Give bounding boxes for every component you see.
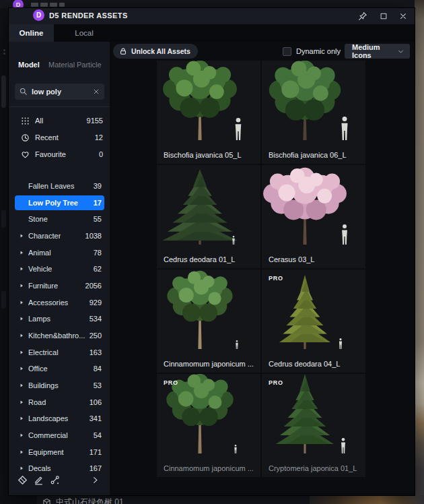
asset-grid: Bischofia javanica 05_LBischofia javanic…	[157, 61, 365, 477]
tab-particle[interactable]: Particle	[77, 61, 102, 69]
scene-object-label: 中式山石绿色树 01	[56, 497, 124, 504]
category-commercial[interactable]: Commercial54	[15, 428, 104, 443]
tab-local[interactable]: Local	[63, 24, 106, 42]
quick-filter-recent[interactable]: Recent12	[15, 130, 104, 145]
category-stone[interactable]: Stone55	[15, 212, 104, 226]
collapsed-panel-tab	[1, 210, 6, 228]
material-swatch-icon[interactable]	[17, 475, 28, 486]
asset-card[interactable]: Bischofia javanica 05_L	[157, 61, 260, 164]
tab-online[interactable]: Online	[9, 24, 54, 42]
edit-pen-icon[interactable]	[34, 475, 44, 486]
quick-filter-favourite[interactable]: Favourite0	[15, 147, 104, 162]
category-fallen-leaves[interactable]: Fallen Leaves39	[15, 179, 104, 193]
caret-right-icon[interactable]	[15, 383, 28, 388]
asset-card[interactable]: PROCinnamomum japonicum ...	[157, 374, 260, 477]
caret-right-icon[interactable]	[15, 283, 28, 288]
d5-logo: D	[33, 9, 44, 21]
asset-card[interactable]: Cedrus deodara 01_L	[157, 165, 260, 268]
caret-right-icon[interactable]	[15, 350, 28, 355]
sidebar-divider	[9, 106, 110, 107]
category-lamps[interactable]: Lamps534	[15, 311, 104, 326]
search-box[interactable]	[15, 84, 104, 100]
caret-right-icon[interactable]	[15, 233, 28, 239]
quick-filter-label: Recent	[35, 133, 59, 141]
tabbar-backdrop	[54, 24, 415, 42]
caret-right-icon[interactable]	[15, 300, 28, 305]
category-label: Lamps	[28, 315, 50, 323]
asset-card[interactable]: PROCedrus deodara 04_L	[262, 270, 365, 373]
category-animal[interactable]: Animal78	[15, 245, 104, 260]
category-office[interactable]: Office84	[15, 361, 104, 376]
caret-right-icon[interactable]	[15, 250, 28, 255]
category-electrical[interactable]: Electrical163	[15, 345, 104, 360]
category-label: Animal	[28, 249, 51, 257]
asset-card[interactable]: Cinnamomum japonicum ...	[157, 270, 260, 373]
caret-right-icon[interactable]	[15, 400, 28, 405]
unlock-all-assets-button[interactable]: Unlock All Assets	[113, 44, 198, 59]
blurred-title-text	[31, 3, 38, 7]
category-label: Kitchen&bathro...	[28, 332, 85, 340]
category-count: 167	[90, 464, 102, 472]
pro-badge: PRO	[269, 379, 283, 386]
asset-name: Bischofia javanica 06_L	[269, 151, 347, 159]
toolbar-dot	[3, 53, 5, 55]
pin-button[interactable]	[357, 10, 369, 22]
caret-right-icon[interactable]	[15, 449, 28, 455]
tab-model[interactable]: Model	[18, 61, 40, 69]
dialog-titlebar[interactable]: D D5 RENDER ASSETS	[9, 8, 415, 24]
dynamic-only-checkbox[interactable]	[283, 47, 291, 56]
category-label: Accessories	[28, 298, 68, 307]
category-accessories[interactable]: Accessories929	[15, 295, 104, 310]
close-button[interactable]	[397, 10, 409, 22]
category-count: 106	[90, 398, 102, 406]
caret-right-icon[interactable]	[15, 333, 28, 338]
asset-thumbnail-image	[157, 165, 260, 268]
link-icon[interactable]	[50, 475, 61, 486]
asset-thumbnail-image	[262, 61, 365, 164]
maximize-button[interactable]	[378, 10, 390, 22]
category-character[interactable]: Character1038	[15, 228, 104, 243]
asset-card[interactable]: Cerasus 03_L	[262, 165, 365, 268]
category-vehicle[interactable]: Vehicle62	[15, 261, 104, 276]
caret-right-icon[interactable]	[15, 466, 28, 471]
category-label: Buildings	[28, 381, 59, 389]
asset-card[interactable]: Bischofia javanica 06_L	[262, 61, 365, 164]
category-furniture[interactable]: Furniture2056	[15, 278, 104, 293]
search-input[interactable]	[32, 88, 89, 96]
category-label: Stone	[28, 215, 48, 223]
caret-right-icon[interactable]	[15, 316, 28, 321]
asset-name: Cedrus deodara 01_L	[164, 255, 235, 263]
category-buildings[interactable]: Buildings53	[15, 378, 104, 393]
caret-right-icon[interactable]	[15, 266, 28, 272]
category-kitchen-bathro-[interactable]: Kitchen&bathro...250	[15, 328, 104, 343]
asset-card[interactable]: PROCryptomeria japonica 01_L	[262, 374, 365, 477]
asset-name: Cryptomeria japonica 01_L	[269, 464, 357, 472]
close-icon	[399, 12, 407, 20]
category-count: 341	[90, 414, 102, 422]
category-low-poly-tree[interactable]: Low Poly Tree17	[15, 195, 104, 210]
category-label: Road	[28, 398, 46, 406]
caret-right-icon[interactable]	[15, 416, 28, 421]
quick-filter-all[interactable]: All9155	[15, 113, 104, 128]
category-count: 39	[94, 182, 102, 190]
expand-sidebar-button[interactable]	[91, 476, 100, 485]
category-count: 78	[94, 249, 102, 257]
blurred-title-text	[50, 3, 57, 7]
category-label: Character	[28, 232, 61, 240]
category-count: 54	[94, 431, 102, 439]
asset-name: Cinnamomum japonicum ...	[164, 464, 254, 472]
tab-material[interactable]: Material	[48, 61, 75, 69]
caret-right-icon[interactable]	[15, 433, 28, 438]
category-landscapes[interactable]: Landscapes341	[15, 411, 104, 426]
icon-size-dropdown[interactable]: Medium Icons	[345, 44, 410, 59]
viewport-floor	[310, 495, 424, 504]
category-count: 534	[90, 315, 102, 323]
collapsed-panel-tab	[1, 75, 6, 108]
caret-right-icon[interactable]	[15, 366, 28, 371]
clear-search-icon[interactable]	[93, 88, 100, 95]
asset-thumbnail-image	[157, 270, 260, 373]
category-equipment[interactable]: Equipment171	[15, 445, 104, 460]
assets-dialog: D D5 RENDER ASSETS Online Local Model Ma…	[9, 8, 415, 495]
quick-filter-count: 0	[99, 150, 103, 158]
category-road[interactable]: Road106	[15, 395, 104, 410]
